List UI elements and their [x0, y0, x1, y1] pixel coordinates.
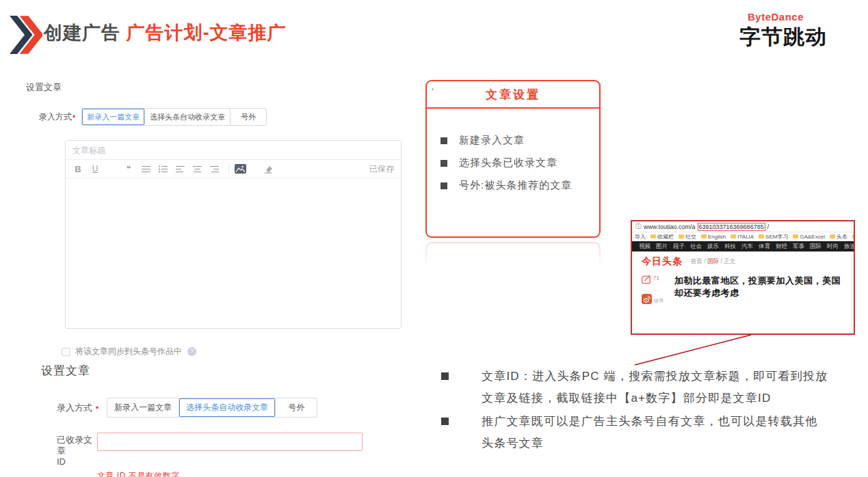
nav-item[interactable]: 时尚 — [827, 243, 839, 251]
url-prefix: www.toutiao.com/a — [644, 223, 696, 230]
slide: 创建广告 广告计划-文章推广 ByteDance 字节跳动 设置文章 录入方式•… — [0, 0, 868, 477]
callout-divider — [427, 107, 599, 109]
article-title-input[interactable] — [66, 141, 401, 160]
callout-title: 文章设置 — [427, 87, 599, 103]
bookmark-item[interactable]: 导入 — [635, 233, 646, 241]
saved-status: 已保存 — [369, 163, 394, 175]
folder-icon — [830, 234, 835, 238]
article-settings-callout: 文章设置 新建录入文章 选择头条已收录文章 号外:被头条推荐的文章 — [425, 80, 601, 238]
required-mark: • — [96, 403, 99, 413]
bookmark-item[interactable]: SEM学习 — [759, 233, 788, 241]
folder-icon — [650, 234, 656, 238]
nav-item[interactable]: 国际 — [810, 243, 821, 251]
bytedance-logo-en: ByteDance — [748, 11, 856, 23]
tab-haowai[interactable]: 号外 — [276, 398, 317, 417]
square-bullet-icon — [440, 160, 447, 167]
editor-content-area[interactable] — [66, 178, 401, 327]
article-id-row: 已收录文章ID — [57, 433, 397, 467]
page-title-prefix: 创建广告 — [44, 23, 127, 43]
list-item: 选择头条已收录文章 — [440, 156, 599, 169]
bookmark-item[interactable]: English — [701, 234, 726, 240]
address-bar[interactable]: ⓘ www.toutiao.com/a6391033716369686785/ — [632, 221, 854, 232]
note-item: 文章ID：进入头条PC 端，搜索需投放文章标题，即可看到投放文章及链接，截取链接… — [441, 366, 856, 409]
help-icon[interactable]: ? — [187, 347, 196, 356]
nav-item[interactable]: 段子 — [673, 243, 685, 251]
weibo-share-icon[interactable] — [642, 294, 652, 307]
url-article-id-highlight: 6391033716369686785 — [698, 223, 765, 231]
breadcrumb: 首页 / 国际 / 正文 — [691, 258, 735, 266]
note-item: 推广文章既可以是广告主头条号自有文章，也可以是转载其他头条号文章 — [441, 411, 856, 454]
toutiao-logo[interactable]: 今日头条 — [642, 256, 683, 268]
nav-item[interactable]: 体育 — [759, 243, 770, 251]
entry-method-row: 录入方式 • 新录入一篇文章 选择头条自动收录文章 号外 — [57, 398, 397, 418]
entry-method-row: 录入方式• 新录入一篇文章 选择头条自动收录文章 号外 — [39, 108, 404, 126]
insert-image-icon[interactable] — [235, 164, 246, 174]
folder-icon — [679, 234, 684, 238]
bookmark-item[interactable]: ITALIA — [731, 234, 754, 240]
entry-method-tabs: 新录入一篇文章 选择头条自动收录文章 号外 — [81, 108, 267, 126]
bookmark-item[interactable]: 社交 — [679, 233, 696, 241]
comment-count: 71 — [653, 275, 659, 281]
callout-list: 新建录入文章 选择头条已收录文章 号外:被头条推荐的文章 — [440, 134, 599, 192]
tab-new-article[interactable]: 新录入一篇文章 — [82, 109, 145, 125]
blockquote-icon[interactable]: ❝ — [123, 164, 134, 174]
article-editor: B U ❝ — [65, 140, 402, 329]
double-chevron-icon — [10, 15, 42, 57]
article-headline[interactable]: 加勒比最富地区，投票要加入美国，美国却还要考虑考虑 — [674, 275, 845, 307]
folder-icon — [759, 234, 764, 238]
tab-new-article[interactable]: 新录入一篇文章 — [107, 398, 179, 417]
folder-icon — [731, 234, 736, 238]
editor-toolbar: B U ❝ — [66, 160, 401, 178]
square-bullet-icon — [441, 418, 449, 425]
folder-icon — [701, 234, 707, 238]
align-left-icon[interactable] — [174, 165, 185, 173]
nav-item[interactable]: 娱乐 — [707, 243, 719, 251]
bookmark-item[interactable]: 互联网 — [852, 233, 854, 241]
nav-item[interactable]: 军事 — [793, 243, 804, 251]
square-bullet-icon — [440, 182, 447, 189]
nav-item[interactable]: 科技 — [724, 243, 736, 251]
list-item: 号外:被头条推荐的文章 — [440, 179, 599, 192]
url-suffix: / — [767, 223, 770, 230]
nav-item[interactable]: 图片 — [656, 243, 668, 251]
nav-item[interactable]: 视频 — [639, 243, 650, 251]
bookmark-item[interactable]: 头条 — [830, 233, 847, 241]
tab-haowai[interactable]: 号外 — [231, 109, 266, 125]
comment-icon[interactable] — [642, 275, 652, 287]
required-mark: • — [73, 112, 75, 122]
article-setup-section-id: 设置文章 录入方式 • 新录入一篇文章 选择头条自动收录文章 号外 已收录文章I… — [41, 363, 397, 477]
square-bullet-icon — [440, 137, 447, 144]
bookmark-item[interactable]: GA&Excel — [793, 234, 824, 240]
weibo-share-label: 微博 — [654, 297, 663, 304]
entry-method-tabs: 新录入一篇文章 选择头条自动收录文章 号外 — [107, 398, 317, 418]
bold-icon[interactable]: B — [73, 164, 83, 174]
align-center-icon[interactable] — [192, 165, 202, 173]
breadcrumb-category[interactable]: 国际 — [707, 258, 719, 264]
callout-reflection — [425, 242, 601, 271]
unordered-list-icon[interactable] — [140, 165, 151, 173]
breadcrumb-home[interactable]: 首页 — [691, 258, 702, 264]
breadcrumb-page: 正文 — [724, 258, 735, 264]
clear-format-icon[interactable] — [262, 165, 273, 174]
bookmarks-bar: 导入 收藏栏 社交 English ITALIA SEM学习 GA&Excel … — [632, 232, 854, 241]
nav-item[interactable]: 旅游 — [844, 243, 854, 251]
bytedance-logo-cn: 字节跳动 — [739, 23, 856, 51]
ordered-list-icon[interactable] — [157, 165, 168, 173]
entry-method-label: 录入方式 • — [57, 402, 98, 414]
entry-method-label: 录入方式• — [39, 111, 75, 123]
toutiao-nav-bar: 视频 图片 段子 社会 娱乐 科技 汽车 体育 财经 军事 国际 时尚 旅游 更… — [632, 241, 854, 251]
nav-item[interactable]: 财经 — [776, 243, 787, 251]
tab-collected-article[interactable]: 选择头条自动收录文章 — [179, 398, 276, 417]
article-id-input[interactable] — [97, 433, 363, 451]
tab-collected-article[interactable]: 选择头条自动收录文章 — [145, 109, 231, 125]
sync-checkbox[interactable] — [62, 348, 70, 356]
page-title-highlight: 广告计划-文章推广 — [127, 23, 287, 43]
nav-item[interactable]: 汽车 — [741, 243, 753, 251]
instruction-notes: 文章ID：进入头条PC 端，搜索需投放文章标题，即可看到投放文章及链接，截取链接… — [441, 366, 856, 456]
bytedance-logo: ByteDance 字节跳动 — [739, 11, 856, 51]
align-right-icon[interactable] — [209, 165, 220, 173]
bookmark-item[interactable]: 收藏栏 — [650, 233, 674, 241]
underline-icon[interactable]: U — [90, 164, 101, 174]
nav-item[interactable]: 社会 — [690, 243, 702, 251]
info-icon: ⓘ — [635, 222, 642, 231]
